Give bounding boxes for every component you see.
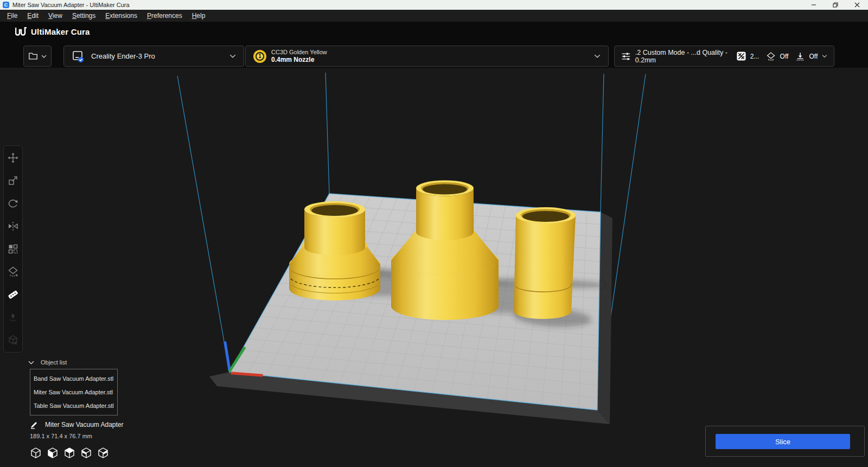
project-name: Miter Saw Vacuum Adapter [45, 421, 124, 428]
view-right-icon [97, 447, 109, 459]
object-list-title: Object list [41, 359, 67, 366]
ultimaker-logo-icon [15, 27, 27, 36]
object-list-item-miter-saw[interactable]: Miter Saw Vacuum Adapter.stl [30, 388, 117, 396]
chevron-down-icon [594, 54, 601, 58]
close-button[interactable] [846, 0, 868, 10]
viewport-3d-scene [0, 68, 868, 467]
move-icon [8, 152, 18, 163]
mirror-icon [8, 221, 18, 232]
mesh-modifier-icon [8, 335, 18, 346]
restore-icon [832, 2, 839, 8]
infill-value: 2... [750, 53, 760, 60]
view-top-button[interactable] [62, 446, 76, 460]
view-left-button[interactable] [79, 446, 93, 460]
object-list-item-table-saw[interactable]: Table Saw Vacuum Adapter.stl [30, 401, 117, 410]
extruder-badge-icon: 1 [253, 50, 266, 63]
scale-icon [8, 175, 18, 186]
model-dimensions: 189.1 x 71.4 x 76.7 mm [30, 433, 92, 439]
support-blocker-tool[interactable] [5, 264, 21, 279]
app-name: UltiMaker Cura [31, 27, 90, 36]
menu-edit[interactable]: Edit [22, 12, 43, 20]
folder-icon [28, 52, 38, 60]
menu-settings[interactable]: Settings [67, 12, 100, 20]
chevron-down-icon [229, 54, 236, 58]
camera-view-buttons [29, 446, 110, 460]
measure-icon [7, 288, 20, 301]
per-model-settings-icon [8, 244, 18, 254]
cura-app-icon: C [3, 2, 9, 8]
custom-supports-tool[interactable] [5, 310, 21, 325]
scale-tool[interactable] [5, 173, 21, 188]
rotate-icon [8, 198, 18, 209]
nozzle-size: 0.4mm Nozzle [271, 56, 327, 63]
open-file-button[interactable] [23, 46, 52, 67]
material-selector[interactable]: 1 CC3D Golden Yellow 0.4mm Nozzle [245, 46, 609, 67]
configuration-bar: Creality Ender-3 Pro 1 CC3D Golden Yello… [0, 44, 868, 68]
restore-button[interactable] [825, 0, 846, 10]
slice-button[interactable]: Slice [716, 434, 850, 449]
infill-icon [737, 50, 746, 62]
support-blocker-icon [8, 266, 18, 277]
title-bar: C Miter Saw Vacuum Adapter - UltiMaker C… [0, 0, 868, 10]
project-name-row[interactable]: Miter Saw Vacuum Adapter [30, 420, 124, 429]
mesh-modifier-tool[interactable] [5, 332, 21, 348]
material-name: CC3D Golden Yellow [271, 49, 327, 56]
view-right-button[interactable] [96, 446, 110, 460]
printer-selector[interactable]: Creality Ender-3 Pro [63, 46, 244, 67]
menu-preferences[interactable]: Preferences [142, 12, 187, 20]
adhesion-icon [796, 51, 805, 62]
tool-panel [3, 145, 23, 353]
printer-icon [72, 50, 85, 63]
chevron-down-icon [41, 55, 47, 58]
close-icon [854, 2, 860, 8]
view-front-icon [47, 447, 59, 459]
mirror-tool[interactable] [5, 219, 21, 234]
object-list-header[interactable]: Object list [28, 359, 67, 366]
sliders-icon [621, 51, 631, 62]
window-title: Miter Saw Vacuum Adapter - UltiMaker Cur… [12, 2, 130, 8]
menu-bar: File Edit View Settings Extensions Prefe… [0, 10, 868, 22]
rotate-tool[interactable] [5, 196, 21, 211]
view-3d-icon [30, 447, 42, 459]
model-table-saw-adapter[interactable] [514, 207, 576, 319]
move-tool[interactable] [5, 150, 21, 165]
print-settings-selector[interactable]: .2 Custom Mode - ...d Quality - 0.2mm 2.… [614, 46, 834, 67]
view-top-icon [63, 447, 75, 459]
adhesion-value: Off [809, 53, 818, 60]
view-3d-button[interactable] [29, 446, 43, 460]
chevron-down-icon [28, 361, 34, 364]
view-left-icon [80, 447, 92, 459]
menu-help[interactable]: Help [187, 12, 210, 20]
minimize-button[interactable] [803, 0, 825, 10]
rename-pencil-icon [30, 420, 39, 429]
settings-summary: .2 Custom Mode - ...d Quality - 0.2mm [635, 49, 728, 64]
chevron-down-icon [822, 54, 827, 58]
measure-tool[interactable] [5, 287, 21, 302]
support-icon [767, 51, 775, 62]
extruder-number: 1 [256, 52, 264, 61]
app-logo: UltiMaker Cura [15, 27, 90, 36]
menu-view[interactable]: View [43, 12, 67, 20]
object-list-item-band-saw[interactable]: Band Saw Vacuum Adapter.stl [30, 374, 117, 383]
custom-supports-icon [8, 312, 18, 323]
view-front-button[interactable] [46, 446, 60, 460]
support-value: Off [780, 53, 789, 60]
menu-file[interactable]: File [2, 12, 22, 20]
slice-panel: Slice [705, 426, 865, 457]
per-model-settings-tool[interactable] [5, 241, 21, 257]
main-header: UltiMaker Cura PREPARE PREVIEW MONITOR M… [0, 22, 868, 44]
minimize-icon [810, 2, 817, 8]
menu-extensions[interactable]: Extensions [100, 12, 142, 20]
object-list: Band Saw Vacuum Adapter.stl Miter Saw Va… [30, 369, 118, 415]
printer-name: Creality Ender-3 Pro [91, 52, 155, 60]
